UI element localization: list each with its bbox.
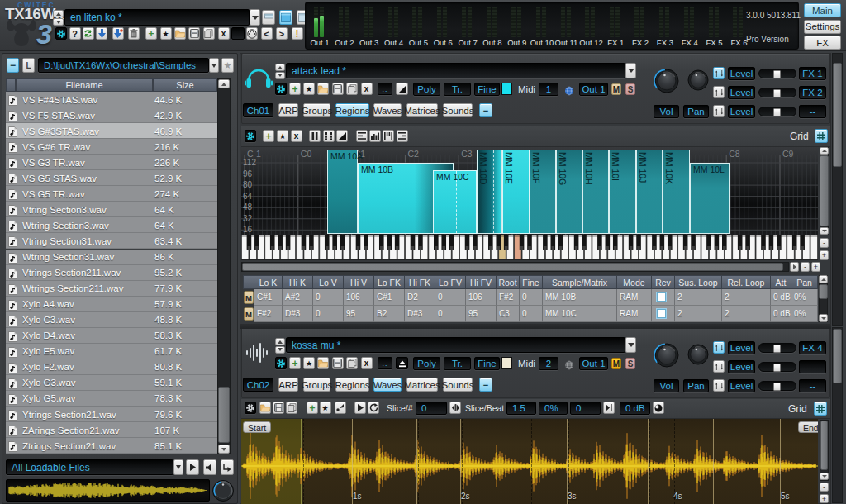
- next-icon[interactable]: >: [276, 27, 288, 40]
- lower-pane-scroll-thumb[interactable]: [833, 329, 842, 383]
- send-level-field[interactable]: Level: [728, 379, 755, 392]
- table-cell[interactable]: F#2: [497, 289, 520, 306]
- save-icon[interactable]: [188, 27, 200, 40]
- solo-button[interactable]: S: [625, 358, 635, 369]
- region-block[interactable]: MM 10F: [530, 150, 556, 234]
- region-block[interactable]: MM 10J: [636, 150, 663, 234]
- table-col-header[interactable]: Root: [497, 275, 520, 289]
- table-col-header[interactable]: Sus. Loop: [675, 275, 722, 289]
- table-cell[interactable]: 2: [722, 306, 771, 322]
- nav-main-button[interactable]: Main: [804, 3, 841, 17]
- program-name-arrow[interactable]: [625, 63, 636, 78]
- patch-spinner[interactable]: [53, 10, 64, 26]
- tab-sounds[interactable]: Sounds: [443, 378, 473, 392]
- file-row[interactable]: VS G#6 TR.wav216 K: [6, 139, 217, 155]
- region-block[interactable]: MM 10A: [327, 150, 358, 234]
- send-dest-field[interactable]: FX 4: [799, 341, 826, 354]
- output-field[interactable]: Out 1: [579, 357, 608, 370]
- tab-groups[interactable]: Groups: [303, 378, 330, 392]
- table-cell[interactable]: 0: [435, 306, 466, 322]
- table-cell[interactable]: C3: [497, 306, 520, 322]
- table-col-header[interactable]: Rev: [652, 275, 675, 289]
- folder-icon[interactable]: [317, 83, 329, 95]
- program-name-arrow[interactable]: [625, 337, 636, 353]
- program-collapse-button[interactable]: −: [479, 378, 492, 392]
- tab-waves[interactable]: Waves: [373, 378, 402, 392]
- tab-waves[interactable]: Waves: [373, 103, 402, 117]
- browser-favorite-button[interactable]: ★: [221, 58, 234, 73]
- tab-sounds[interactable]: Sounds: [443, 103, 473, 117]
- region-block[interactable]: MM 10I: [609, 150, 636, 234]
- import-icon[interactable]: [96, 27, 107, 40]
- file-row[interactable]: VS G3 TR.wav226 K: [6, 155, 217, 170]
- file-row[interactable]: Wtring Section31.wav86 K: [6, 250, 217, 265]
- table-cell[interactable]: 2: [675, 289, 722, 306]
- region-map[interactable]: C-1C0C1C2C3C4C5C6C7C8C9 112968064483216 …: [241, 147, 818, 235]
- tab-matrices[interactable]: Matrices: [406, 103, 438, 117]
- file-row[interactable]: Ztrings Section21.wav85.1 K: [6, 438, 217, 454]
- map-hscroll-thumb[interactable]: [242, 263, 783, 271]
- offset-field[interactable]: 0: [570, 402, 601, 415]
- file-row[interactable]: Xylo C3.wav48.8 K: [6, 312, 217, 328]
- file-row[interactable]: Xylo D4.wav58.3 K: [6, 328, 217, 344]
- pan-field[interactable]: Pan: [683, 379, 709, 392]
- wave-start-marker[interactable]: Start: [243, 421, 271, 433]
- folder-icon[interactable]: [317, 357, 329, 369]
- gain-field[interactable]: 0 dB: [620, 402, 650, 415]
- map-vscroll-up-icon[interactable]: [820, 147, 829, 155]
- table-col-header[interactable]: Mode: [617, 275, 652, 289]
- table-col-header[interactable]: Fine: [520, 275, 543, 289]
- program-name-combo[interactable]: kossa mu *: [286, 337, 625, 353]
- program-collapse-button[interactable]: −: [479, 103, 492, 117]
- file-row[interactable]: ZArings Section21.wav107 K: [6, 422, 217, 438]
- browser-collapse-button[interactable]: −: [7, 58, 19, 73]
- file-row[interactable]: Xylo F2.wav80.8 K: [6, 359, 217, 375]
- table-col-header[interactable]: Hi K: [283, 275, 313, 289]
- recycle-icon[interactable]: [83, 27, 94, 40]
- patch-combo[interactable]: en liten ko *: [64, 9, 250, 26]
- window-small-icon[interactable]: [262, 10, 275, 25]
- globe-icon[interactable]: [564, 84, 573, 93]
- add-icon[interactable]: +: [145, 27, 157, 40]
- mute-button[interactable]: M: [611, 83, 621, 95]
- region-block[interactable]: MM 10G: [556, 150, 582, 234]
- send-level-slider[interactable]: [758, 69, 796, 78]
- nav-fx-button[interactable]: FX: [804, 36, 841, 50]
- delete-x-icon[interactable]: x: [218, 27, 230, 40]
- program-omni-field[interactable]: ..: [378, 357, 392, 369]
- region-grid-button[interactable]: [815, 129, 828, 143]
- kbd-zoom-in-button[interactable]: +: [811, 262, 820, 272]
- table-cell[interactable]: RAM: [617, 289, 652, 306]
- tab-groups[interactable]: Groups: [303, 103, 330, 117]
- table-col-header[interactable]: Hi FV: [466, 275, 497, 289]
- knob[interactable]: [653, 341, 681, 369]
- table-col-header[interactable]: Hi FK: [405, 275, 435, 289]
- tab-arp[interactable]: ARP: [278, 103, 298, 117]
- copy-icon[interactable]: [346, 357, 358, 369]
- window-medium-icon[interactable]: [279, 10, 292, 25]
- table-cell[interactable]: 0: [313, 289, 344, 306]
- table-cell[interactable]: 95: [466, 306, 497, 322]
- dotgrid-icon[interactable]: [323, 130, 335, 142]
- table-col-header[interactable]: Pan: [791, 275, 818, 289]
- add-icon[interactable]: +: [307, 402, 318, 414]
- file-col-filename[interactable]: Filename: [16, 78, 153, 92]
- table-cell[interactable]: D2: [405, 289, 435, 306]
- piano-keyboard[interactable]: [241, 235, 818, 260]
- file-row[interactable]: VS F5 STAS.wav42.9 K: [6, 107, 217, 123]
- warning-icon[interactable]: !: [292, 27, 303, 40]
- slice-icon[interactable]: [335, 402, 346, 414]
- table-scroll-up-icon[interactable]: [819, 275, 828, 283]
- table-scroll-down-icon[interactable]: [819, 314, 828, 322]
- send-level-slider[interactable]: [758, 381, 796, 391]
- table-col-header[interactable]: Sample/Matrix: [543, 275, 617, 289]
- mute-button[interactable]: M: [611, 358, 621, 369]
- send-dest-field[interactable]: --: [799, 379, 826, 392]
- star-icon[interactable]: ★: [320, 402, 331, 414]
- skip-icon[interactable]: [603, 402, 615, 414]
- table-cell[interactable]: 2: [675, 306, 722, 322]
- table-col-header[interactable]: Lo FV: [435, 275, 466, 289]
- pane-separator[interactable]: [240, 324, 831, 329]
- send-mode-icon[interactable]: [713, 379, 725, 392]
- send-level-field[interactable]: Level: [728, 360, 755, 373]
